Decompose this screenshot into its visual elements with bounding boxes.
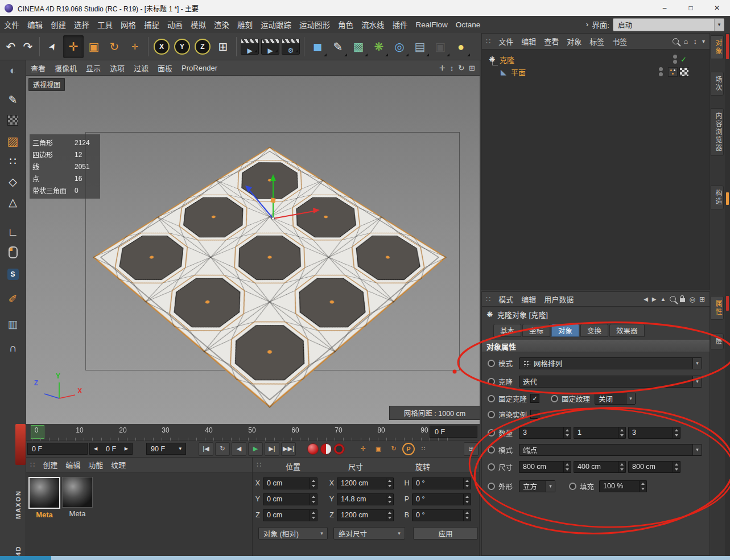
am-menu-edit[interactable]: 编辑 (517, 294, 540, 304)
autokey-button[interactable] (320, 443, 332, 455)
interface-select[interactable]: 启动 ▾ (613, 18, 724, 31)
anim-dot-icon[interactable] (488, 483, 495, 490)
maximize-button[interactable]: □ (678, 1, 704, 16)
anim-dot-icon[interactable] (488, 429, 495, 437)
tab-takes[interactable]: 场次 (711, 72, 724, 96)
history-forward-icon[interactable]: ▶ (652, 297, 657, 302)
anim-dot-icon[interactable] (488, 411, 495, 418)
keyframe-selection-button[interactable] (333, 443, 345, 455)
current-frame-box[interactable]: 0 F (430, 426, 477, 438)
zoom-view-icon[interactable]: ↕ (450, 64, 454, 72)
count-z-field[interactable]: 3 (628, 427, 680, 439)
vp-menu-cameras[interactable]: 摄像机 (50, 63, 81, 73)
menu-realflow[interactable]: RealFlow (412, 20, 452, 29)
mat-menu-texture[interactable]: 纹理 (107, 459, 130, 470)
tab-basic[interactable]: 基本 (493, 324, 521, 337)
anim-dot-icon[interactable] (551, 395, 558, 402)
menu-snap[interactable]: 捕捉 (140, 19, 163, 30)
timeline-ruler[interactable]: 0 10 20 30 40 50 60 70 80 90 0 F (26, 424, 480, 440)
viewport-nav-button[interactable] (2, 244, 23, 261)
fill-field[interactable]: 100 % (599, 480, 647, 492)
am-menu-mode[interactable]: 模式 (494, 294, 517, 304)
rotation-p-field[interactable]: 0 ° (412, 493, 471, 505)
om-menu-objects[interactable]: 对象 (563, 36, 585, 47)
minimize-button[interactable]: – (651, 1, 678, 16)
next-key-button[interactable]: ▶| (265, 442, 279, 456)
coordinate-mode-select[interactable]: 对象 (相对)▾ (258, 527, 328, 540)
tab-effectors[interactable]: 效果器 (609, 324, 645, 337)
form-select[interactable]: 立方 ▾ (519, 480, 555, 492)
chevron-down-icon[interactable]: ▾ (714, 19, 724, 31)
play-button[interactable]: ▶ (248, 442, 263, 456)
object-name[interactable]: 克隆 (500, 54, 514, 65)
mode-select[interactable]: 网格排列 ▾ (519, 357, 702, 369)
anim-dot-icon[interactable] (569, 483, 576, 490)
updown-icon[interactable]: ↕ (693, 38, 697, 45)
last-tool-button[interactable]: ✛ (125, 35, 145, 58)
go-to-start-button[interactable]: |◀ (199, 442, 213, 456)
phong-tag-icon[interactable] (668, 67, 678, 77)
search-icon[interactable] (670, 296, 676, 302)
snap-button[interactable]: S (2, 265, 23, 283)
close-button[interactable]: ✕ (704, 1, 730, 16)
key-parameter-button[interactable]: P (402, 443, 415, 455)
tab-attributes[interactable]: 属性 (711, 296, 724, 320)
new-panel-icon[interactable]: ⊞ (699, 296, 705, 303)
add-environment-button[interactable]: ▤ (410, 35, 430, 58)
add-light-button[interactable]: ● (451, 35, 471, 58)
pan-view-icon[interactable]: ✛ (439, 64, 446, 72)
record-keyframe-button[interactable] (307, 443, 319, 455)
mat-menu-create[interactable]: 创建 (39, 459, 61, 470)
model-mode-button[interactable] (2, 112, 23, 129)
size-z-field[interactable]: 1200 cm (337, 509, 394, 521)
panel-grip-icon[interactable]: ∷ (257, 461, 261, 468)
panel-grip-icon[interactable]: ∷ (486, 295, 490, 303)
am-menu-userdata[interactable]: 用户数据 (540, 294, 578, 304)
orbit-view-icon[interactable]: ↻ (458, 64, 464, 72)
texture-tag-icon[interactable] (679, 67, 689, 77)
enabled-check-icon[interactable]: ✓ (680, 56, 687, 63)
rotate-tool-button[interactable]: ↻ (104, 35, 125, 58)
z-axis-lock-button[interactable]: Z (192, 35, 213, 58)
menu-render[interactable]: 渲染 (210, 19, 233, 30)
om-menu-tags[interactable]: 标签 (585, 36, 608, 47)
menu-animate[interactable]: 动画 (163, 19, 187, 30)
object-name[interactable]: 平面 (511, 67, 526, 77)
parent-up-icon[interactable]: ▲ (661, 297, 666, 302)
visibility-toggles[interactable] (659, 67, 663, 76)
anim-dot-icon[interactable] (488, 446, 495, 454)
render-settings-button[interactable]: ⚙ (281, 35, 301, 58)
om-menu-bookmarks[interactable]: 书签 (608, 36, 631, 47)
key-pla-button[interactable]: ∷ (416, 443, 430, 455)
menu-create[interactable]: 创建 (47, 19, 70, 30)
menu-octane[interactable]: Octane (452, 20, 485, 29)
menu-character[interactable]: 角色 (334, 19, 357, 30)
apply-button[interactable]: 应用 (413, 527, 478, 540)
menu-plugins[interactable]: 插件 (389, 19, 412, 30)
anim-dot-icon[interactable] (488, 463, 495, 471)
x-axis-lock-button[interactable]: X (151, 35, 172, 58)
end-frame-field[interactable]: 90 F ▾ (146, 443, 186, 455)
key-rotation-button[interactable]: ↻ (387, 443, 401, 455)
array-size-x-field[interactable]: 800 cm (519, 461, 571, 473)
coordinate-system-button[interactable]: ⊞ (213, 35, 233, 58)
tab-layers[interactable]: 层 (711, 333, 724, 349)
array-size-z-field[interactable]: 800 cm (628, 461, 680, 473)
vp-menu-panel[interactable]: 面板 (153, 63, 177, 73)
mat-menu-function[interactable]: 功能 (84, 459, 107, 470)
size-mode-select[interactable]: 绝对尺寸▾ (333, 527, 405, 540)
tab-object[interactable]: 对象 (551, 324, 579, 337)
om-menu-file[interactable]: 文件 (494, 36, 517, 47)
menu-select[interactable]: 选择 (70, 19, 93, 30)
scale-tool-button[interactable]: ▣ (84, 35, 104, 58)
tab-coord[interactable]: 坐标 (522, 324, 550, 337)
start-frame-field[interactable]: 0 F (27, 443, 88, 455)
menu-tools[interactable]: 工具 (93, 19, 117, 30)
current-frame-spinner[interactable]: ◂ 0 F ▸ (89, 443, 133, 455)
render-instance-checkbox[interactable] (530, 410, 539, 419)
tab-structure[interactable]: 构造 (711, 186, 724, 209)
anim-dot-icon[interactable] (488, 395, 495, 402)
mat-menu-edit[interactable]: 编辑 (61, 459, 84, 470)
tab-transform[interactable]: 变换 (580, 324, 608, 337)
add-generator-button[interactable]: ▩ (348, 35, 369, 58)
